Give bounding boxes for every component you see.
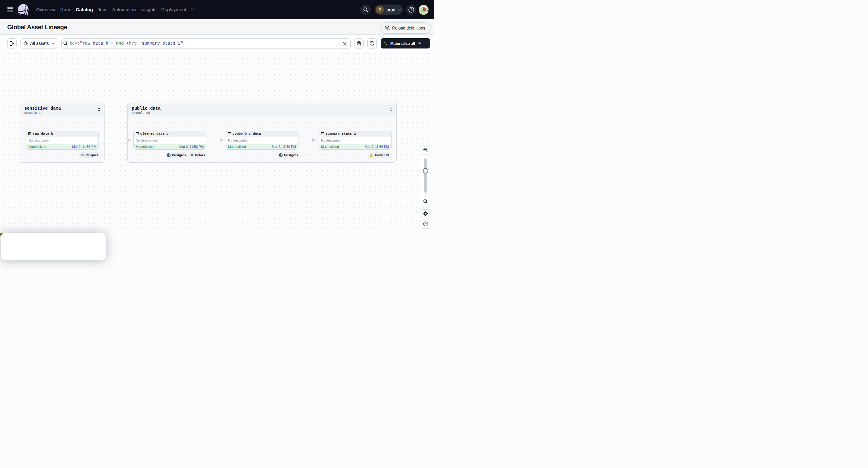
svg-text:?: ? [410,8,412,12]
